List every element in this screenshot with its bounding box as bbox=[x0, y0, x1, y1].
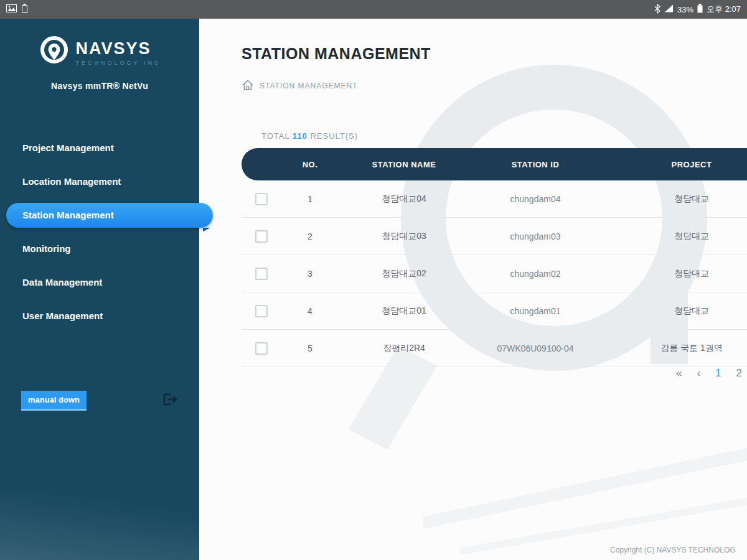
row-checkbox[interactable] bbox=[255, 268, 268, 280]
row-station-name: 장평리2R4 bbox=[339, 343, 469, 354]
row-checkbox[interactable] bbox=[255, 305, 268, 317]
pagination-page-1[interactable]: 1 bbox=[715, 367, 721, 380]
row-station-name: 청담대교01 bbox=[339, 306, 469, 317]
row-checkbox[interactable] bbox=[255, 193, 268, 205]
sidebar-item-project-management[interactable]: Project Management bbox=[0, 131, 199, 165]
product-name: Navsys mmTR® NetVu bbox=[0, 81, 199, 91]
table-row[interactable]: 5 장평리2R4 07WK06U09100-04 강릉 국토 1권역 bbox=[242, 330, 747, 367]
header-project: PROJECT bbox=[601, 160, 747, 169]
bluetooth-icon bbox=[654, 4, 660, 16]
row-station-id: chungdam02 bbox=[469, 269, 601, 279]
row-station-id: chungdam01 bbox=[469, 306, 601, 316]
brand-subtitle: TECHNOLOGY INC bbox=[76, 60, 161, 66]
row-checkbox[interactable] bbox=[255, 230, 268, 243]
row-station-name: 청담대교04 bbox=[339, 194, 469, 205]
header-no: NO. bbox=[281, 160, 339, 169]
brand-block: NAVSYS TECHNOLOGY INC Navsys mmTR® NetVu bbox=[0, 19, 199, 91]
pagination: « ‹ 1 2 bbox=[676, 367, 742, 380]
home-icon[interactable] bbox=[242, 79, 254, 93]
app-screen: 33% 오후 2:07 NAVSY bbox=[0, 0, 747, 560]
total-count: 110 bbox=[293, 131, 308, 141]
header-station-name: STATION NAME bbox=[339, 160, 469, 169]
sidebar-item-data-management[interactable]: Data Management bbox=[0, 266, 199, 299]
row-station-id: chungdam04 bbox=[469, 194, 601, 204]
sidebar-item-user-management[interactable]: User Management bbox=[0, 299, 199, 333]
sidebar-item-location-management[interactable]: Location Management bbox=[0, 165, 199, 198]
row-project: 청담대교 bbox=[601, 194, 747, 205]
row-project: 청담대교 bbox=[601, 268, 747, 279]
row-project: 청담대교 bbox=[601, 306, 747, 317]
manual-download-button[interactable]: manual down bbox=[21, 391, 87, 411]
page-title: STATION MANAGEMENT bbox=[242, 45, 747, 63]
sidebar-item-monitoring[interactable]: Monitoring bbox=[0, 232, 199, 266]
table-header-row: NO. STATION NAME STATION ID PROJECT bbox=[242, 148, 747, 180]
breadcrumb: STATION MANAGEMENT bbox=[242, 79, 747, 93]
table-row[interactable]: 3 청담대교02 chungdam02 청담대교 bbox=[242, 255, 747, 292]
copyright-text: Copyright (C) NAVSYS TECHNOLOG bbox=[610, 546, 736, 554]
status-bar: 33% 오후 2:07 bbox=[0, 0, 747, 19]
row-no: 1 bbox=[281, 194, 339, 204]
breadcrumb-label: STATION MANAGEMENT bbox=[260, 82, 358, 90]
battery-notification-icon bbox=[22, 4, 27, 15]
row-no: 5 bbox=[281, 343, 339, 353]
sidebar-nav: Project Management Location Management S… bbox=[0, 131, 199, 333]
pagination-prev[interactable]: ‹ bbox=[697, 367, 700, 380]
navsys-logo-icon bbox=[39, 35, 70, 71]
gallery-notification-icon bbox=[6, 4, 17, 14]
stations-table: NO. STATION NAME STATION ID PROJECT 1 청담… bbox=[242, 148, 747, 367]
table-row[interactable]: 1 청담대교04 chungdam04 청담대교 bbox=[242, 180, 747, 218]
sidebar: NAVSYS TECHNOLOGY INC Navsys mmTR® NetVu… bbox=[0, 19, 199, 560]
main-content: STATION MANAGEMENT STATION MANAGEMENT TO… bbox=[199, 19, 747, 560]
table-row[interactable]: 4 청담대교01 chungdam01 청담대교 bbox=[242, 292, 747, 330]
logout-icon[interactable] bbox=[162, 392, 178, 409]
pagination-page-2[interactable]: 2 bbox=[736, 367, 742, 380]
pagination-first[interactable]: « bbox=[676, 367, 682, 380]
row-checkbox[interactable] bbox=[255, 342, 268, 355]
row-station-name: 청담대교02 bbox=[339, 268, 469, 279]
signal-icon bbox=[664, 4, 674, 14]
row-station-id: 07WK06U09100-04 bbox=[469, 343, 601, 353]
total-label: TOTAL bbox=[261, 131, 289, 141]
row-no: 4 bbox=[281, 306, 339, 316]
row-no: 3 bbox=[281, 269, 339, 279]
row-project: 청담대교 bbox=[601, 231, 747, 242]
row-station-id: chungdam03 bbox=[469, 231, 601, 241]
status-time: 오후 2:07 bbox=[707, 4, 741, 15]
sidebar-item-station-management[interactable]: Station Management bbox=[6, 203, 213, 228]
table-row[interactable]: 2 청담대교03 chungdam03 청담대교 bbox=[242, 218, 747, 255]
battery-status-icon bbox=[697, 4, 703, 15]
row-station-name: 청담대교03 bbox=[339, 231, 469, 242]
battery-percent-text: 33% bbox=[677, 5, 693, 14]
brand-name: NAVSYS bbox=[76, 40, 161, 57]
total-results: TOTAL 110 RESULT(S) bbox=[261, 131, 747, 141]
row-project: 강릉 국토 1권역 bbox=[601, 343, 747, 354]
row-no: 2 bbox=[281, 231, 339, 241]
sidebar-bottom: manual down bbox=[0, 391, 199, 411]
header-station-id: STATION ID bbox=[469, 160, 601, 169]
total-suffix: RESULT(S) bbox=[310, 131, 358, 141]
